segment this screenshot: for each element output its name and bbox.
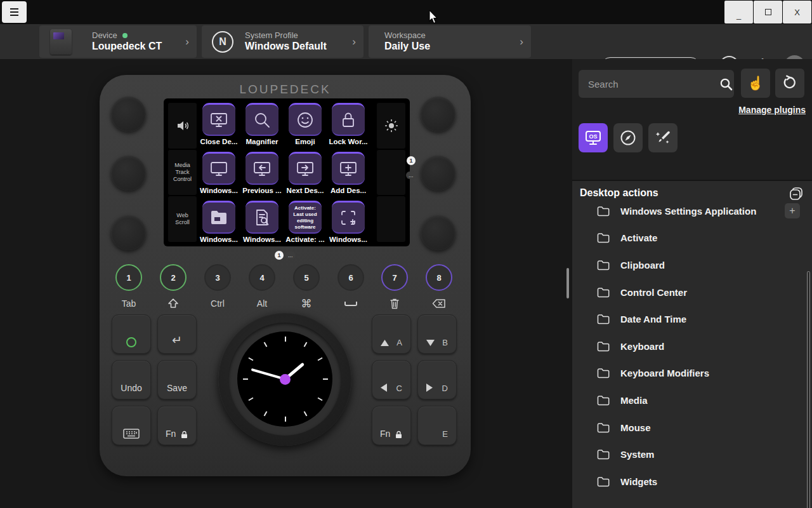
tri-left-icon (380, 383, 388, 392)
minimize-button[interactable]: _ (724, 1, 753, 23)
touch-strip-zone-right[interactable] (377, 196, 405, 242)
number-key-2[interactable]: 2 (159, 264, 187, 309)
action-folder-row[interactable]: System (572, 441, 808, 468)
touch-tile[interactable]: Windows... (240, 201, 284, 250)
tab-brush[interactable] (648, 123, 678, 152)
touch-strip-zone-right[interactable] (377, 103, 405, 149)
action-folder-row[interactable]: Control Center (572, 279, 808, 306)
touch-tile-label: Windows... (329, 236, 367, 243)
knob-right-1[interactable] (421, 97, 455, 131)
close-button[interactable]: X (783, 1, 811, 23)
right-key-B[interactable]: B (417, 314, 457, 354)
action-folder-label: Keyboard Modifiers (620, 368, 709, 378)
touch-tile[interactable]: Activate: Last used editing softwareActi… (284, 201, 327, 250)
right-key-C[interactable]: C (372, 360, 411, 399)
right-key-A[interactable]: A (372, 314, 411, 354)
touch-strip-zone-left[interactable]: Media Track Control (168, 150, 197, 196)
action-folder-row[interactable]: Keyboard Modifiers (572, 360, 808, 387)
touch-tile[interactable]: Next Des... (284, 152, 327, 201)
left-key-Fn[interactable]: Fn (157, 406, 197, 445)
tab-os-display[interactable]: OS (579, 123, 608, 152)
keyboard-icon (123, 429, 140, 439)
left-key-green-circle[interactable] (112, 314, 151, 354)
manage-plugins-link[interactable]: Manage plugins (738, 105, 806, 115)
folder-solid-icon (209, 210, 228, 226)
left-key-return[interactable]: ↵ (157, 314, 197, 354)
touch-strip-zone-right[interactable] (377, 150, 405, 196)
touch-tile[interactable]: Emoji (284, 103, 327, 152)
left-key-Save[interactable]: Save (157, 360, 197, 399)
brightness-icon (384, 119, 398, 133)
add-action-button[interactable]: + (785, 203, 800, 218)
touch-tile[interactable]: Windows... (197, 201, 240, 250)
number-key-1[interactable]: 1Tab (115, 264, 143, 309)
speaker-icon (176, 120, 190, 131)
action-folder-row[interactable]: Date And Time (572, 305, 808, 333)
control-wheel[interactable] (218, 312, 351, 446)
number-key-3[interactable]: 3Ctrl (204, 264, 232, 309)
folder-outline-icon (597, 260, 610, 271)
action-folder-label: Date And Time (620, 314, 686, 324)
left-key-Undo[interactable]: Undo (112, 360, 151, 399)
hamburger-menu-button[interactable] (2, 1, 27, 23)
touch-tile[interactable]: Lock Wor... (327, 103, 370, 152)
chevron-right-icon: › (185, 36, 189, 48)
number-key-6[interactable]: 6 (337, 264, 365, 309)
right-key-Fn[interactable]: Fn (372, 406, 411, 445)
touch-tile[interactable]: Windows... (197, 152, 240, 201)
knob-right-2[interactable] (421, 156, 455, 190)
sidebar-scrollbar-thumb[interactable] (807, 271, 810, 508)
page-overflow-button[interactable]: ... (285, 251, 296, 259)
touch-tile[interactable]: Close De... (197, 103, 240, 152)
number-key-7[interactable]: 7 (381, 264, 409, 309)
action-folder-row[interactable]: Media (572, 387, 808, 414)
search-input[interactable] (579, 79, 719, 90)
knob-left-3[interactable] (111, 215, 146, 250)
right-key-E[interactable]: E (417, 406, 457, 445)
action-folder-row[interactable]: Windows Settings Application+ (572, 197, 808, 225)
number-key-5[interactable]: 5⌘ (292, 264, 320, 309)
right-key-D[interactable]: D (417, 360, 457, 399)
profile-selector[interactable]: N System Profile Windows Default › (202, 25, 363, 58)
folder-outline-icon (597, 314, 610, 324)
action-folder-row[interactable]: Mouse (572, 414, 808, 441)
number-key-4[interactable]: 4Alt (248, 264, 276, 309)
touch-tile-label: Magnifier (246, 138, 278, 145)
touch-strip-left: Media Track ControlWeb Scroll (168, 103, 197, 242)
touch-mode-button[interactable]: ☝ (741, 69, 770, 98)
monitor-arrow-left-icon (252, 160, 272, 178)
main-scrollbar-thumb[interactable] (566, 268, 569, 298)
device-selector[interactable]: Device Loupedeck CT › (39, 25, 197, 58)
touch-tile-label: Windows... (200, 236, 238, 243)
header: Device Loupedeck CT › N System Profile W… (0, 24, 812, 59)
knob-left-2[interactable] (111, 156, 146, 190)
magnifier-icon (252, 110, 272, 130)
touch-tile-label: Close De... (200, 138, 238, 145)
main-canvas: LOUPEDECK Media Track ControlWeb Scroll … (0, 59, 572, 508)
touch-strip-zone-left[interactable]: Web Scroll (168, 196, 197, 242)
action-folder-row[interactable]: Keyboard (572, 333, 808, 360)
left-key-keyboard[interactable] (112, 406, 151, 445)
action-folder-label: Media (620, 395, 648, 406)
shift-icon (167, 298, 179, 309)
action-folder-label: Control Center (620, 287, 687, 298)
knob-left-1[interactable] (111, 97, 146, 131)
action-folder-row[interactable]: Clipboard (572, 251, 808, 279)
touch-tile[interactable]: Magnifier (240, 103, 284, 152)
maximize-button[interactable] (754, 1, 782, 23)
action-folder-row[interactable]: Widgets (572, 468, 808, 495)
workspace-selector[interactable]: Workspace Daily Use › (369, 25, 531, 58)
tri-down-icon (426, 339, 435, 347)
tab-compass[interactable] (613, 123, 643, 152)
touch-tile[interactable]: Windows... (327, 201, 370, 250)
touch-strip-zone-left[interactable] (168, 103, 197, 149)
knob-right-3[interactable] (421, 215, 455, 250)
loupedeck-logo: LOUPEDECK (100, 83, 471, 97)
touch-tile-label: Previous ... (242, 187, 281, 194)
touch-tile[interactable]: Add Des... (327, 152, 370, 201)
touch-tile[interactable]: Previous ... (240, 152, 284, 201)
refresh-button[interactable] (775, 69, 804, 98)
screen-overflow-button[interactable]: ... (406, 171, 416, 179)
action-folder-row[interactable]: Activate (572, 225, 808, 252)
number-key-8[interactable]: 8 (425, 264, 453, 309)
